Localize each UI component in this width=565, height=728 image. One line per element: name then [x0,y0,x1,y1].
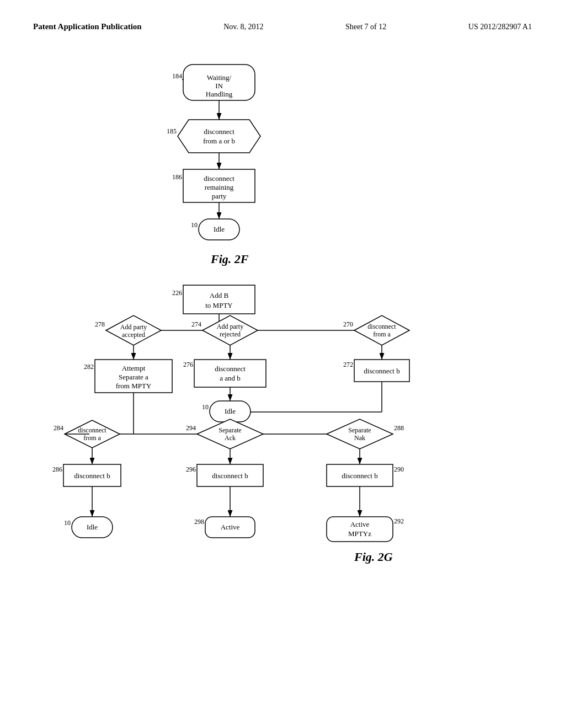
fig-2g-label: Fig. 2G [354,550,393,564]
publication-date: Nov. 8, 2012 [223,23,263,31]
ref-292: 292 [394,517,404,525]
ref-298: 298 [194,518,204,526]
node-185-text2: from a or b [203,137,235,145]
node-186-text3: party [212,192,227,200]
node-274-text: Add party [217,323,243,330]
node-270-text: disconnect [367,323,396,330]
ref-276: 276 [183,361,193,368]
node-284-text2: from a [83,434,101,442]
node-286-text: disconnect b [74,472,110,480]
ref-278: 278 [95,320,105,328]
node-186-text2: remaining [205,183,234,191]
ref-10a: 10 [191,221,198,229]
node-10a-text: Idle [214,225,225,233]
node-290-text: disconnect b [342,472,377,480]
ref-272: 272 [343,361,353,368]
node-284-text: disconnect [78,426,106,434]
patent-page: Patent Application Publication Nov. 8, 2… [0,0,565,728]
ref-226: 226 [172,289,182,297]
node-288-text: Separate [348,426,371,434]
node-298-text: Active [221,523,240,531]
node-226-text2: to MPTY [205,301,233,309]
node-272-text: disconnect b [364,367,399,375]
node-274-text2: rejected [220,330,241,338]
ref-290: 290 [394,465,404,473]
node-186-text: disconnect [204,174,234,183]
node-278-text: Add party [120,323,147,331]
publication-title: Patent Application Publication [33,22,142,31]
node-288-text2: Nak [354,434,365,442]
ref-10c: 10 [64,519,71,527]
node-184-text3: Handling [206,90,233,98]
ref-184: 184 [172,72,182,80]
node-276-text2: a and b [220,374,241,382]
ref-296: 296 [186,465,196,473]
patent-diagram: Waiting/ IN Handling 184 disconnect from… [33,48,532,688]
node-296-text: disconnect b [212,472,248,480]
ref-288: 288 [394,424,404,432]
sheet-info: Sheet 7 of 12 [345,23,386,31]
node-226 [183,285,255,314]
patent-number: US 2012/282907 A1 [468,23,532,31]
node-10b-text: Idle [225,407,236,415]
ref-294: 294 [186,424,196,432]
node-276-text: disconnect [215,365,246,373]
ref-282: 282 [84,363,94,371]
ref-270: 270 [343,320,353,328]
page-header: Patent Application Publication Nov. 8, 2… [33,22,532,31]
node-184-text2: IN [215,82,223,90]
node-294-text2: Ack [225,434,236,442]
ref-10b: 10 [202,403,209,411]
ref-286: 286 [52,465,62,473]
fig-2f-label: Fig. 2F [210,252,249,266]
ref-284: 284 [54,424,63,432]
node-10c-text: Idle [87,523,98,531]
node-282-text3: from MPTY [116,382,152,390]
node-294-text: Separate [218,426,241,434]
diagram-area: Waiting/ IN Handling 184 disconnect from… [33,48,532,690]
node-185-text: disconnect [204,127,234,136]
node-282-text2: Separate a [119,373,148,381]
node-292-text: Active [350,520,370,528]
node-270-text2: from a [373,330,391,338]
node-278-text2: accepted [122,331,145,339]
ref-185: 185 [167,127,177,135]
node-292-text2: MPTYz [348,529,371,538]
ref-186: 186 [172,173,182,181]
node-226-text: Add B [210,291,229,299]
ref-274: 274 [191,320,201,328]
node-184-text: Waiting/ [207,73,232,82]
node-282-text: Attempt [122,364,146,372]
